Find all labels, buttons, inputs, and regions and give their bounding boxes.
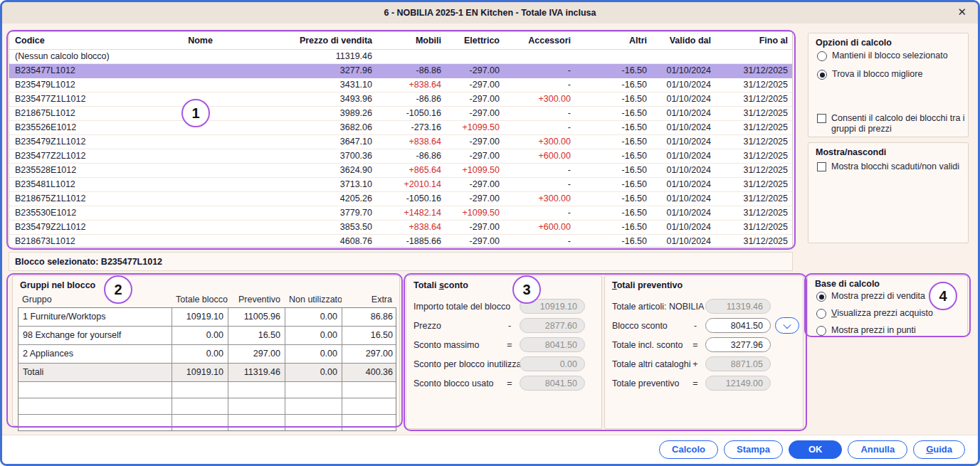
button-ok[interactable]: OK: [789, 440, 843, 459]
cell: 3682.06: [231, 121, 378, 134]
close-icon[interactable]: ✕: [957, 6, 966, 17]
column-header-elettrico[interactable]: Elettrico: [447, 32, 505, 49]
cell: -16.50: [576, 121, 653, 134]
column-header-accessori[interactable]: Accessori: [505, 32, 576, 49]
groups-section: Gruppi nel blocco GruppoTotale bloccoPre…: [12, 275, 400, 426]
column-header-codice[interactable]: Codice: [9, 32, 170, 49]
value-field-totale-altri-cataloghi: 8871.05: [705, 356, 771, 371]
cell: [170, 192, 231, 206]
operator: =: [505, 378, 514, 388]
cell: +1099.50: [447, 164, 505, 177]
cb-option[interactable]: Mostra blocchi scaduti/non validi: [817, 161, 959, 172]
cell: -: [505, 235, 576, 248]
column-header-mobili[interactable]: Mobili: [378, 32, 447, 49]
price-block-row[interactable]: B235479Z1L10123647.10+838.64-297.00+300.…: [9, 135, 792, 149]
cell: -16.50: [576, 149, 653, 163]
cell: 01/10/2024: [653, 235, 717, 248]
group-row: 2 Appliances0.00297.000.00297.00: [19, 345, 396, 364]
cell: 400.36: [342, 364, 397, 381]
radio-checked-icon[interactable]: [817, 70, 827, 80]
price-block-row[interactable]: B235479Z2L10123853.50+838.64-297.00+600.…: [9, 221, 792, 235]
cell: 31/12/2025: [717, 149, 793, 163]
cell: [172, 398, 228, 414]
column-header-prezzo-di-vendita[interactable]: Prezzo di vendita: [231, 32, 378, 49]
radio-option[interactable]: Trova il blocco migliore: [817, 69, 922, 80]
button-guida[interactable]: Guida: [913, 440, 965, 459]
price-block-row[interactable]: B235477L10123277.96-86.86-297.00--16.500…: [9, 64, 792, 78]
button-stampa[interactable]: Stampa: [724, 440, 783, 459]
operator: =: [691, 340, 700, 350]
cell: 98 Exchange for yourself: [19, 327, 172, 344]
cb-unchecked-icon[interactable]: [817, 114, 826, 123]
button-calcolo[interactable]: Calcolo: [659, 440, 718, 459]
price-block-row[interactable]: B235528E10123624.90+865.64+1099.50--16.5…: [9, 164, 792, 178]
cell: -297.00: [447, 107, 505, 120]
cell: -16.50: [576, 178, 653, 191]
price-block-row[interactable]: (Nessun calcolo blocco)11319.46: [9, 50, 792, 64]
cell: [228, 415, 285, 430]
total-label: Prezzo: [413, 321, 441, 331]
cb-option[interactable]: Consenti il calcolo dei blocchi tra i gr…: [817, 113, 968, 134]
operator: =: [505, 340, 514, 350]
cb-unchecked-icon[interactable]: [817, 162, 826, 171]
radio-option[interactable]: Mostra prezzi in punti: [816, 325, 916, 336]
value-field-blocco-sconto[interactable]: 8041.50: [705, 318, 771, 333]
cell: [342, 415, 397, 430]
column-header-valido-dal[interactable]: Valido dal: [653, 32, 717, 49]
cell: [170, 178, 231, 191]
radio-unchecked-icon[interactable]: [816, 326, 826, 336]
cell: B218675Z1L1012: [9, 192, 170, 206]
cell: 0.00: [285, 308, 342, 326]
selected-block-label: Blocco selezionato: B235477L1012: [15, 257, 162, 267]
cell: -16.50: [576, 78, 653, 92]
cell: +600.00: [505, 221, 576, 234]
total-row: Sconto per blocco inutilizzato-0.00: [406, 355, 601, 374]
cell: 297.00: [342, 345, 397, 363]
group-row: 1 Furniture/Worktops10919.1011005.960.00…: [19, 308, 396, 327]
price-block-row[interactable]: B235481L10123713.10+2010.14-297.00--16.5…: [9, 178, 792, 192]
cell: B235479Z1L1012: [9, 135, 170, 149]
cell: 01/10/2024: [653, 164, 717, 177]
radio-checked-icon[interactable]: [816, 292, 826, 302]
cell: [170, 135, 231, 149]
price-block-row[interactable]: B235479L10123431.10+838.64-297.00--16.50…: [9, 78, 792, 92]
column-header-fino-al[interactable]: Fino al: [717, 32, 793, 49]
price-block-row[interactable]: B235530E10123779.70+1482.14+1099.50--16.…: [9, 206, 792, 221]
price-block-row[interactable]: B235477Z2L10123700.36-86.86-297.00+600.0…: [9, 149, 792, 164]
cell: [170, 206, 231, 220]
button-annulla[interactable]: Annulla: [848, 440, 907, 459]
cell: 31/12/2025: [717, 164, 793, 177]
cell: [170, 107, 231, 120]
total-label: Sconto blocco usato: [413, 378, 494, 388]
value-field-totale-incl-sconto[interactable]: 3277.96: [705, 337, 771, 352]
radio-unchecked-icon[interactable]: [817, 51, 827, 61]
cell: B235530E1012: [9, 206, 170, 220]
cell: -: [505, 178, 576, 191]
price-block-row[interactable]: B235526E10123682.06-273.16+1099.50--16.5…: [9, 121, 792, 135]
price-block-row[interactable]: B235477Z1L10123493.96-86.86-297.00+300.0…: [9, 92, 792, 107]
radio-unchecked-icon[interactable]: [816, 309, 826, 319]
radio-option[interactable]: Mostra prezzi di vendita: [816, 291, 925, 302]
cell: -297.00: [447, 64, 505, 78]
dropdown-button[interactable]: [775, 317, 799, 334]
cell: [170, 64, 231, 78]
price-block-table-body: (Nessun calcolo blocco)11319.46B235477L1…: [9, 50, 792, 248]
column-header-altri[interactable]: Altri: [576, 32, 653, 49]
radio-option[interactable]: Mantieni il blocco selezionato: [817, 51, 948, 61]
value-field-sconto-blocco-usato: 8041.50: [520, 376, 585, 391]
column-header-nome[interactable]: Nome: [170, 32, 231, 49]
total-label: Totale articoli: NOBILIA: [612, 302, 704, 312]
price-block-row[interactable]: B218675L10123989.26-1050.16-297.00--16.5…: [9, 107, 792, 121]
radio-option[interactable]: Visualizza prezzi acquisto: [816, 308, 933, 319]
cell: [342, 398, 397, 414]
cell: -16.50: [576, 192, 653, 206]
cell: B235479L1012: [9, 78, 170, 92]
button-bar: CalcoloStampaOKAnnullaGuida: [2, 435, 978, 464]
groups-column-non-utilizzato: Non utilizzato: [285, 293, 342, 306]
price-block-table-header: CodiceNomePrezzo di venditaMobiliElettri…: [9, 32, 792, 50]
cell: 01/10/2024: [653, 221, 717, 234]
price-block-row[interactable]: B218675Z1L10124205.26-1050.16-297.00+300…: [9, 192, 792, 206]
groups-column-totale-blocco: Totale blocco: [172, 293, 228, 306]
price-block-row[interactable]: B218673L10124608.76-1885.66-297.00--16.5…: [9, 235, 792, 248]
cell: -297.00: [447, 235, 505, 248]
